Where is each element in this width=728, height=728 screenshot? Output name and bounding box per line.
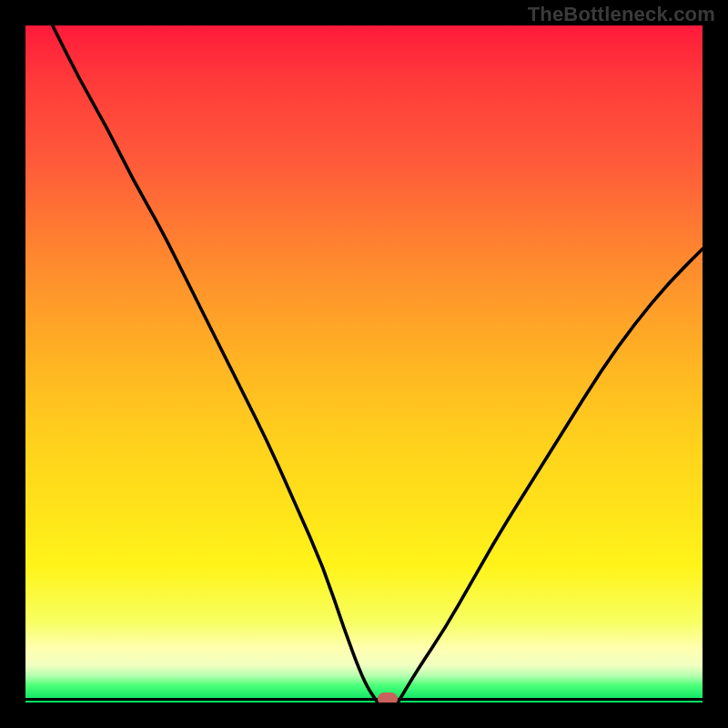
plot-area [25, 25, 703, 703]
bottleneck-curve-right-path [398, 249, 703, 703]
chart-frame: TheBottleneck.com [0, 0, 728, 728]
bottleneck-curve [25, 25, 703, 703]
watermark-text: TheBottleneck.com [528, 3, 715, 26]
optimal-marker [378, 693, 398, 703]
bottleneck-curve-left-path [53, 25, 378, 703]
